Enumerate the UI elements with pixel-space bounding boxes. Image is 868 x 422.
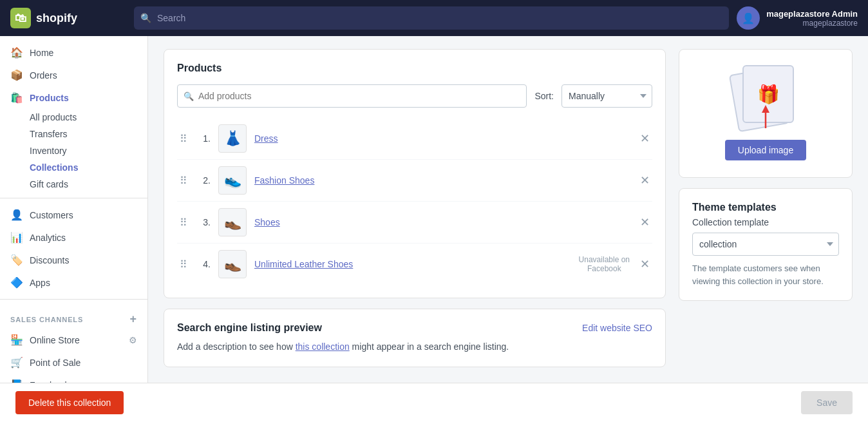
product-num: 4. [198, 259, 211, 269]
template-label: Collection template [692, 217, 839, 227]
template-select[interactable]: collection collection-alt [692, 233, 839, 256]
product-image: 👗 [218, 124, 247, 153]
user-store: mageplazastore [766, 19, 858, 28]
product-name-link[interactable]: Fashion Shoes [254, 175, 630, 186]
sidebar-item-point-of-sale[interactable]: 🛒 Point of Sale [0, 351, 147, 374]
user-menu[interactable]: 👤 mageplazastore Admin mageplazastore [737, 6, 858, 30]
logo[interactable]: 🛍 shopify [10, 8, 126, 28]
avatar: 👤 [737, 6, 760, 30]
topnav: 🛍 shopify 🔍 👤 mageplazastore Admin magep… [0, 0, 868, 36]
products-icon: 🛍️ [10, 91, 23, 104]
drag-handle[interactable]: ⠿ [177, 258, 190, 271]
sidebar-item-label: Point of Sale [30, 358, 80, 368]
pos-icon: 🛒 [10, 356, 23, 369]
sidebar-item-label: Analytics [30, 233, 66, 243]
svg-marker-1 [762, 105, 769, 113]
template-description: The template customers see when viewing … [692, 262, 839, 287]
sidebar-item-gift-cards[interactable]: Gift cards [30, 176, 147, 193]
product-name-link[interactable]: Unlimited Leather Shoes [254, 259, 571, 269]
image-upload-card: 🎁 Upload image [679, 49, 853, 178]
home-icon: 🏠 [10, 46, 23, 59]
drag-handle[interactable]: ⠿ [177, 133, 190, 145]
seo-header: Search engine listing preview Edit websi… [177, 322, 652, 334]
sidebar-divider-2 [0, 299, 147, 300]
product-image: 👞 [218, 208, 247, 236]
drag-handle[interactable]: ⠿ [177, 216, 190, 229]
app-body: 🏠 Home 📦 Orders 🛍️ Products All products… [0, 36, 868, 383]
logo-icon: 🛍 [10, 8, 31, 28]
main-left: Products 🔍 Sort: Manually Product title … [164, 49, 666, 370]
add-sales-channel-icon[interactable]: + [130, 312, 137, 326]
remove-product-button[interactable]: ✕ [637, 173, 652, 187]
upload-image-button[interactable]: Upload image [725, 140, 806, 160]
upload-btn-wrapper: Upload image [725, 140, 806, 160]
sidebar-item-customers[interactable]: 👤 Customers [0, 204, 147, 226]
theme-templates-card: Theme templates Collection template coll… [679, 188, 853, 301]
sidebar-item-orders[interactable]: 📦 Orders [0, 64, 147, 86]
products-search-wrapper: 🔍 [177, 84, 527, 108]
products-submenu: All products Transfers Inventory Collect… [0, 109, 147, 193]
sidebar-item-home[interactable]: 🏠 Home [0, 41, 147, 64]
settings-icon-small[interactable]: ⚙ [129, 335, 137, 345]
sidebar-item-discounts[interactable]: 🏷️ Discounts [0, 249, 147, 271]
user-info: mageplazastore Admin mageplazastore [766, 9, 858, 28]
seo-collection-link[interactable]: this collection [296, 341, 350, 352]
analytics-icon: 📊 [10, 231, 23, 244]
sidebar-divider [0, 198, 147, 198]
sidebar-item-label: Home [30, 48, 53, 58]
sidebar-item-collections[interactable]: Collections [30, 159, 147, 176]
seo-card: Search engine listing preview Edit websi… [164, 309, 666, 367]
product-image: 👞 [218, 250, 247, 278]
table-row: ⠿ 1. 👗 Dress ✕ [177, 118, 652, 160]
search-wrapper: 🔍 [134, 6, 729, 30]
table-row: ⠿ 2. 👟 Fashion Shoes ✕ [177, 160, 652, 202]
remove-product-button[interactable]: ✕ [637, 257, 652, 271]
logo-text: shopify [36, 12, 77, 25]
sidebar-item-label: Products [30, 93, 69, 103]
seo-title: Search engine listing preview [177, 322, 322, 334]
products-card: Products 🔍 Sort: Manually Product title … [164, 49, 666, 298]
seo-description: Add a description to see how this collec… [177, 340, 652, 354]
sidebar-item-analytics[interactable]: 📊 Analytics [0, 226, 147, 249]
product-image: 👟 [218, 166, 247, 195]
sidebar-item-facebook[interactable]: 📘 Facebook [0, 374, 147, 383]
product-num: 2. [198, 175, 211, 186]
apps-icon: 🔷 [10, 276, 23, 289]
user-name: mageplazastore Admin [766, 9, 858, 19]
online-store-icon: 🏪 [10, 334, 23, 346]
products-search-icon: 🔍 [184, 91, 194, 101]
sort-label: Sort: [534, 91, 554, 101]
sidebar-item-transfers[interactable]: Transfers [30, 126, 147, 142]
remove-product-button[interactable]: ✕ [637, 215, 652, 229]
sidebar-item-label: Orders [30, 70, 57, 81]
product-list: ⠿ 1. 👗 Dress ✕ ⠿ 2. 👟 Fashion Shoes ✕ [177, 118, 652, 285]
delete-collection-button[interactable]: Delete this collection [15, 391, 124, 414]
save-button[interactable]: Save [801, 391, 853, 414]
sidebar-item-apps[interactable]: 🔷 Apps [0, 271, 147, 294]
sort-select[interactable]: Manually Product title A-Z Product title… [561, 84, 652, 108]
topnav-search-input[interactable] [134, 6, 729, 30]
product-unavailable-badge: Unavailable onFacebook [579, 255, 630, 273]
sidebar-item-inventory[interactable]: Inventory [30, 142, 147, 159]
product-name-link[interactable]: Shoes [254, 217, 630, 227]
drag-handle[interactable]: ⠿ [177, 175, 190, 187]
sidebar-item-products[interactable]: 🛍️ Products [0, 86, 147, 109]
remove-product-button[interactable]: ✕ [637, 131, 652, 146]
arrow-svg [758, 105, 773, 131]
edit-seo-link[interactable]: Edit website SEO [582, 323, 652, 333]
sidebar-item-all-products[interactable]: All products [30, 109, 147, 126]
sidebar-item-label: Discounts [30, 255, 69, 265]
sales-channels-title: SALES CHANNELS + [0, 305, 147, 329]
product-name-link[interactable]: Dress [254, 133, 630, 144]
sidebar-item-label: Online Store [30, 335, 80, 345]
sidebar-item-online-store[interactable]: 🏪 Online Store ⚙ [0, 329, 147, 351]
discounts-icon: 🏷️ [10, 254, 23, 266]
sidebar-item-label: Customers [30, 210, 73, 220]
products-card-title: Products [177, 62, 652, 74]
orders-icon: 📦 [10, 69, 23, 81]
product-num: 1. [198, 133, 211, 144]
products-toolbar: 🔍 Sort: Manually Product title A-Z Produ… [177, 84, 652, 108]
add-products-input[interactable] [177, 84, 527, 108]
main-content: Products 🔍 Sort: Manually Product title … [148, 36, 868, 383]
product-num: 3. [198, 217, 211, 227]
